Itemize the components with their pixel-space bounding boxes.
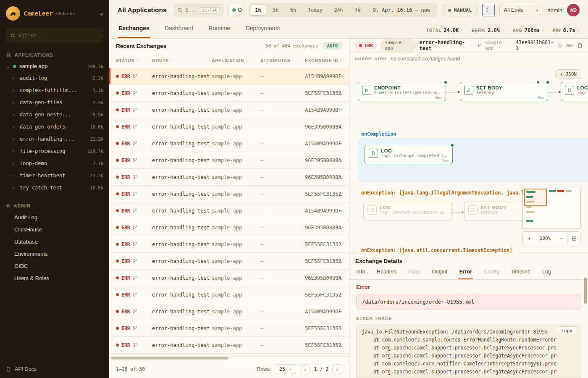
document-icon[interactable] [577, 43, 583, 48]
sidebar-admin-item[interactable]: Users & Roles [0, 272, 109, 284]
details-tab[interactable]: Output [431, 266, 449, 279]
details-tab[interactable]: Log [541, 266, 552, 279]
column-header[interactable]: ATTRIBUTES ↕ [260, 58, 305, 63]
table-row[interactable]: ERR error-handling-test sample-app — 5EF… [109, 337, 349, 354]
copy-button[interactable]: Copy [557, 326, 578, 335]
column-header[interactable]: APPLICATION ↕ [212, 58, 260, 63]
column-header[interactable]: STATUS ↕ [116, 58, 152, 63]
details-tab[interactable]: Info [355, 266, 366, 279]
zoom-in-button[interactable]: + [523, 235, 536, 242]
nav-tab[interactable]: Dashboard [164, 21, 194, 38]
avatar[interactable]: AD [567, 4, 580, 16]
sidebar-route-item[interactable]: › try-catch-test 10.6k [0, 181, 109, 194]
time-range-button[interactable]: 7d [349, 5, 366, 16]
flow-node-log-exception[interactable]: LOG log: Handled validation error: ${exc… [363, 202, 452, 221]
table-row[interactable]: ERR error-handling-test sample-app — 5EF… [109, 253, 349, 270]
prev-page-button[interactable]: ‹ [300, 364, 310, 374]
table-row[interactable]: ERR error-handling-test sample-app — 96E… [109, 270, 349, 286]
next-page-button[interactable]: › [332, 364, 342, 374]
detail-route-name[interactable]: error-handling-test [420, 39, 482, 51]
column-header[interactable]: EXCHANGE ID ↕ [305, 58, 342, 63]
sidebar-route-item[interactable]: › data-gen-files 7.5k [0, 96, 109, 108]
time-range-button[interactable]: Today [302, 5, 328, 16]
rows-per-page-select[interactable]: 25 ▾ [275, 364, 296, 374]
scrollbar-thumb[interactable] [111, 357, 228, 360]
table-row[interactable]: ERR error-handling-test sample-app — 5EF… [109, 320, 349, 337]
sidebar-admin-item[interactable]: Database [0, 236, 109, 248]
time-range-button[interactable]: 6h [285, 5, 302, 16]
chevron-right-icon: › [13, 160, 17, 166]
global-search[interactable]: S... Ctrl+K [174, 4, 223, 16]
details-tab[interactable]: Headers [376, 266, 397, 279]
detail-app-badge[interactable]: sample-app [381, 39, 416, 52]
nav-tab[interactable]: Runtime [207, 21, 231, 38]
table-row[interactable]: ERR error-handling-test sample-app — A15… [109, 202, 349, 219]
table-row[interactable]: ERR error-handling-test sample-app — 96E… [109, 118, 349, 135]
zoom-fit-icon[interactable] [567, 233, 580, 244]
nav-tab[interactable]: Exchanges [118, 21, 150, 38]
sidebar-route-item[interactable]: › timer-heartbeat 21.2k [0, 169, 109, 181]
sidebar-route-item[interactable]: › data-gen-orders 10.6k [0, 121, 109, 133]
details-tab[interactable]: Timeline [510, 266, 531, 279]
flow-node-endpoint[interactable]: ENDPOINT timer:errorTest?period=5000&del… [358, 82, 446, 101]
flow-node-log[interactable]: LOG log: Sta [561, 82, 588, 101]
table-row[interactable]: ERR error-handling-test sample-app — A15… [109, 303, 349, 320]
api-docs-link[interactable]: API Docs [0, 360, 109, 378]
details-tab[interactable]: Config [483, 266, 500, 279]
application-cell: sample-app [212, 191, 260, 197]
flow-minimap[interactable] [522, 187, 580, 229]
time-range-button[interactable]: 1h [250, 5, 267, 16]
sidebar-route-item[interactable]: › file-processing 114.7k [0, 145, 109, 157]
sidebar-app-sample-app[interactable]: ⌄ sample app 209.3k [0, 60, 109, 72]
environment-select[interactable]: All Envs ▾ [499, 4, 543, 16]
manual-refresh-button[interactable]: MANUAL [443, 4, 478, 16]
vertical-scrollbar-thumb[interactable] [584, 278, 587, 304]
nav-tab[interactable]: Deployments [245, 21, 281, 38]
table-row[interactable]: ERR error-handling-test sample-app — 5EF… [109, 186, 349, 202]
table-row[interactable]: ERR error-handling-test sample-app — 96E… [109, 152, 349, 169]
zoom-out-button[interactable]: − [555, 235, 567, 242]
trend-up-icon: ↑ [578, 28, 580, 33]
time-range-button[interactable]: 24h [329, 5, 349, 16]
flow-node-log-completion[interactable]: LOG log: Exchange completed [${exchan 1m… [365, 145, 453, 164]
table-row[interactable]: ERR error-handling-test sample-app — A15… [109, 135, 349, 152]
sidebar-route-item[interactable]: › data-gen-neste... 5.9k [0, 108, 109, 121]
branch-icon [133, 276, 137, 280]
sidebar-route-item[interactable]: › complex-fulfillm... 5.3k [0, 84, 109, 96]
node-duration: 0ms [436, 96, 442, 100]
pagination-range: 1–25 of 50 [116, 366, 145, 372]
table-row[interactable]: ERR error-handling-test sample-app — 96E… [109, 219, 349, 236]
table-row[interactable]: ERR error-handling-test sample-app — 5EF… [109, 236, 349, 253]
table-row[interactable]: ERR error-handling-test sample-app — 5EF… [109, 286, 349, 303]
dark-mode-toggle[interactable]: ☾ [482, 4, 495, 16]
table-row[interactable]: ERR error-handling-test sample-app — 96E… [109, 169, 349, 186]
date-range[interactable]: 9. Apr. 16:16 – now [367, 7, 436, 13]
sidebar-filter-input[interactable] [18, 33, 99, 39]
details-tab[interactable]: Input [407, 266, 421, 279]
sidebar-route-item[interactable]: › audit-log 5.3k [0, 72, 109, 84]
column-header[interactable]: ROUTE ↕ [152, 58, 212, 63]
details-tab[interactable]: Error [458, 266, 473, 279]
route-flow-canvas[interactable]: ↓ JSON ENDPOINT timer:errorTest?period=5… [349, 65, 588, 254]
download-json-button[interactable]: ↓ JSON [555, 69, 581, 79]
sidebar-collapse-button[interactable]: « [100, 10, 103, 17]
auto-refresh-badge[interactable]: AUTO [323, 42, 342, 50]
live-toggle[interactable]: O [228, 4, 244, 16]
status-badge: ERR [121, 309, 130, 315]
route-name: timer-heartbeat [20, 173, 65, 178]
detail-exchange-id[interactable]: 43ee9811b801-1 [516, 39, 562, 51]
table-row[interactable]: ERR error-handling-test sample-app — A15… [109, 102, 349, 118]
table-row[interactable]: ERR error-handling-test sample-app — A15… [109, 68, 349, 85]
flow-node-set-body[interactable]: SET BODY setBody 0ms [460, 82, 548, 101]
sidebar-admin-item[interactable]: Environments [0, 248, 109, 260]
time-range-button[interactable]: 3h [267, 5, 284, 16]
sidebar-admin-item[interactable]: OIDC [0, 260, 109, 272]
sidebar-filter [6, 29, 103, 42]
sidebar-route-item[interactable]: › loop-demo 7.1k [0, 157, 109, 169]
sidebar-admin-item[interactable]: ClickHouse [0, 223, 109, 236]
route-name: file-processing [20, 148, 65, 154]
horizontal-scrollbar[interactable] [109, 356, 349, 360]
table-row[interactable]: ERR error-handling-test sample-app — 5EF… [109, 85, 349, 102]
sidebar-route-item[interactable]: › error-handling-... 21.2k [0, 133, 109, 145]
sidebar-admin-item[interactable]: Audit Log [0, 211, 109, 223]
